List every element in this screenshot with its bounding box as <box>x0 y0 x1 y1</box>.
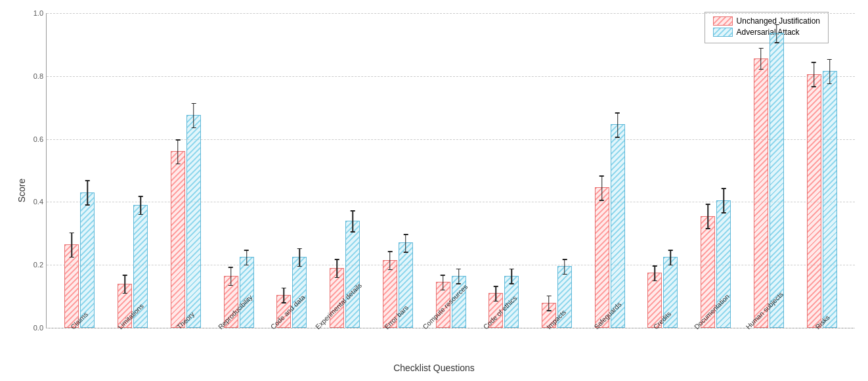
error-cap-top-blue <box>774 24 779 26</box>
bars-wrapper: ClaimsLimitationsTheoryReproducibilityCo… <box>47 13 855 328</box>
blue-bar-wrap <box>292 257 307 328</box>
bar-group: Documentation <box>689 13 743 328</box>
bar-group: Credits <box>636 13 689 328</box>
y-tick-label: 0.0 <box>33 324 43 332</box>
bar-red <box>807 74 821 328</box>
bar-blue <box>186 115 201 328</box>
error-cap-bottom-blue <box>139 214 143 215</box>
chart-container: Score Checklist Questions Unchanged Just… <box>0 0 868 381</box>
error-cap-bottom-blue <box>615 137 620 138</box>
y-tick-label: 0.4 <box>33 198 43 206</box>
error-cap-top-red <box>599 175 604 177</box>
error-bar-blue <box>193 103 194 128</box>
error-cap-bottom-red <box>599 200 604 201</box>
bar-blue <box>240 257 254 328</box>
error-cap-top-blue <box>615 112 620 114</box>
error-cap-top-red <box>282 288 286 289</box>
error-bar-red <box>124 275 125 294</box>
error-cap-top-blue <box>297 248 302 250</box>
error-cap-bottom-red <box>70 257 74 258</box>
error-bar-red <box>814 62 815 87</box>
error-bar-red <box>760 48 762 70</box>
error-bar-red <box>707 204 708 229</box>
error-cap-bottom-red <box>758 69 763 70</box>
bar-blue <box>80 192 95 328</box>
error-cap-top-blue <box>562 259 567 260</box>
bar-group: Reproducibility <box>212 13 265 328</box>
bar-group: Compute resources <box>424 13 477 328</box>
error-bar-blue <box>405 234 406 253</box>
error-cap-top-red <box>70 233 74 234</box>
error-cap-bottom-blue <box>827 83 832 85</box>
error-cap-top-red <box>758 48 763 49</box>
red-bar-wrap <box>754 58 768 328</box>
error-cap-bottom-red <box>494 301 498 302</box>
error-bar-blue <box>246 250 248 265</box>
error-bar-red <box>72 233 73 258</box>
red-bar-wrap <box>171 151 185 328</box>
error-cap-top-blue <box>827 59 832 60</box>
blue-bar-wrap <box>770 33 784 328</box>
error-bar-red <box>655 265 656 281</box>
error-cap-top-red <box>123 275 127 276</box>
blue-bar-wrap <box>240 257 254 328</box>
bar-group: Error bars <box>371 13 424 328</box>
error-cap-bottom-blue <box>351 231 355 233</box>
bar-blue <box>292 257 307 328</box>
blue-bar-wrap <box>345 221 360 328</box>
error-cap-top-red <box>387 251 392 252</box>
error-bar-red <box>230 267 232 286</box>
error-cap-top-blue <box>191 103 196 104</box>
error-cap-bottom-blue <box>510 283 514 284</box>
error-cap-top-blue <box>403 234 408 235</box>
bar-group: Code and data <box>265 13 318 328</box>
y-axis-label: Score <box>16 179 27 203</box>
blue-bar-wrap <box>80 192 95 328</box>
grid-line <box>47 328 855 328</box>
bar-blue <box>770 33 784 328</box>
bar-group: Code of ethics <box>477 13 531 328</box>
error-cap-bottom-red <box>228 285 233 286</box>
error-bar-blue <box>670 250 672 265</box>
error-cap-top-blue <box>668 250 673 251</box>
error-cap-top-red <box>441 275 445 276</box>
error-cap-top-red <box>335 259 339 260</box>
error-cap-bottom-blue <box>562 274 567 275</box>
error-cap-top-blue <box>139 196 143 197</box>
error-cap-bottom-blue <box>668 265 673 266</box>
bar-group: Theory <box>159 13 212 328</box>
error-bar-red <box>389 251 391 270</box>
error-bar-blue <box>299 248 301 267</box>
error-cap-bottom-red <box>335 277 339 279</box>
error-cap-top-red <box>175 139 180 141</box>
error-bar-blue <box>458 269 460 284</box>
bar-group: Risks <box>795 13 848 328</box>
error-cap-top-blue <box>85 180 90 181</box>
bar-group: Impacts <box>531 13 584 328</box>
error-cap-bottom-red <box>387 269 392 271</box>
x-axis-label: Checklist Questions <box>393 363 475 373</box>
error-bar-red <box>548 296 550 311</box>
error-bar-blue <box>564 259 565 275</box>
error-cap-bottom-blue <box>774 42 779 43</box>
y-tick-label: 0.8 <box>33 72 43 80</box>
error-cap-bottom-blue <box>191 127 196 129</box>
error-cap-bottom-blue <box>456 283 461 284</box>
y-tick-label: 0.6 <box>33 135 43 143</box>
error-cap-bottom-red <box>123 293 127 294</box>
error-cap-bottom-red <box>282 302 286 303</box>
error-bar-red <box>336 259 337 278</box>
error-cap-bottom-red <box>546 310 551 311</box>
error-bar-red <box>443 275 444 290</box>
error-bar-blue <box>617 112 618 137</box>
error-cap-top-blue <box>456 269 461 270</box>
error-bar-blue <box>829 59 831 84</box>
error-cap-bottom-red <box>653 280 657 282</box>
error-cap-bottom-blue <box>297 266 302 267</box>
blue-bar-wrap <box>186 115 201 328</box>
error-bar-blue <box>511 269 512 284</box>
error-cap-bottom-blue <box>722 212 726 213</box>
error-cap-top-blue <box>351 210 355 212</box>
bar-blue <box>611 124 625 328</box>
error-bar-blue <box>140 196 141 215</box>
